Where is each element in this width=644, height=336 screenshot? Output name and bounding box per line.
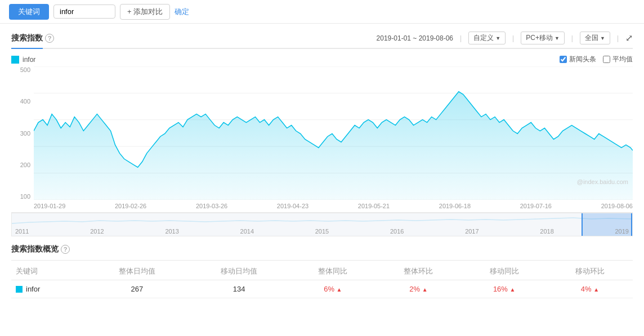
x-label-0: 2019-01-29	[34, 203, 65, 209]
device-dropdown[interactable]: PC+移动 ▼	[521, 32, 565, 44]
cell-mobile-yoy: 16% ▲	[462, 280, 547, 298]
mini-label-2019: 2019	[615, 228, 629, 235]
table-help-icon[interactable]: ?	[61, 245, 70, 254]
x-label-3: 2019-04-23	[277, 203, 308, 209]
col-mobile-mom: 移动环比	[547, 263, 633, 280]
table-header-row: 关键词 整体日均值 移动日均值 整体同比 整体环比 移动同比 移动环比	[11, 263, 633, 280]
overall-yoy-arrow: ▲	[337, 286, 342, 293]
cell-overall-mom: 2% ▲	[375, 280, 461, 298]
cell-mobile-mom: 4% ▲	[547, 280, 633, 298]
title-underline	[11, 48, 633, 49]
main-chart: 500 400 300 200 100	[11, 66, 633, 213]
checkbox-avg[interactable]	[603, 56, 610, 63]
table-row: infor 267 134 6% ▲ 2% ▲ 16%	[11, 280, 633, 298]
col-overall-yoy: 整体同比	[290, 263, 375, 280]
overall-mom-arrow: ▲	[422, 286, 428, 293]
table-title-text: 搜索指数概览	[11, 244, 59, 254]
legend-row: infor 新闻头条 平均值	[11, 55, 633, 64]
table-section: 搜索指数概览 ? 关键词 整体日均值 移动日均值 整体同比 整体环比 移动同比 …	[11, 244, 633, 298]
keyword-name: infor	[26, 285, 40, 293]
legend-color-box	[11, 56, 19, 64]
keyword-button[interactable]: 关键词	[9, 4, 49, 20]
mobile-yoy-arrow: ▲	[510, 286, 516, 293]
main-content: 搜索指数 ? 2019-01-01 ~ 2019-08-06 | 自定义 ▼ |…	[0, 24, 644, 306]
watermark: @index.baidu.com	[577, 178, 628, 185]
add-compare-button[interactable]: + 添加对比	[120, 4, 170, 20]
y-label-300: 300	[20, 130, 30, 137]
mini-label-2017: 2017	[465, 228, 478, 235]
cell-overall-yoy: 6% ▲	[290, 280, 375, 298]
chart-checkboxes: 新闻头条 平均值	[560, 55, 633, 64]
chart-title-row: 搜索指数 ? 2019-01-01 ~ 2019-08-06 | 自定义 ▼ |…	[11, 32, 633, 44]
date-preset-dropdown[interactable]: 自定义 ▼	[468, 32, 506, 44]
mini-label-2011: 2011	[15, 228, 29, 235]
table-section-title: 搜索指数概览 ?	[11, 244, 633, 254]
col-mobile-daily: 移动日均值	[188, 263, 290, 280]
data-table: 关键词 整体日均值 移动日均值 整体同比 整体环比 移动同比 移动环比 info…	[11, 263, 633, 298]
cell-overall-daily: 267	[86, 280, 188, 298]
mobile-mom-arrow: ▲	[593, 286, 599, 293]
checkbox-avg-label[interactable]: 平均值	[603, 55, 633, 64]
y-label-200: 200	[20, 162, 30, 168]
mini-label-2015: 2015	[315, 228, 329, 235]
cell-mobile-daily: 134	[188, 280, 290, 298]
overall-yoy-value: 6%	[324, 285, 334, 293]
mini-label-2012: 2012	[90, 228, 104, 235]
x-label-4: 2019-05-21	[358, 203, 390, 209]
mobile-mom-value: 4%	[581, 285, 592, 293]
cell-keyword: infor	[11, 280, 86, 298]
legend-item-infor: infor	[11, 56, 35, 64]
legend-label: infor	[23, 56, 35, 64]
x-label-1: 2019-02-26	[115, 203, 146, 209]
overall-mom-value: 2%	[409, 285, 420, 293]
region-dropdown[interactable]: 全国 ▼	[580, 32, 610, 44]
mini-label-2013: 2013	[165, 228, 178, 235]
y-axis: 500 400 300 200 100	[11, 66, 34, 200]
chevron-down-icon: ▼	[495, 35, 500, 41]
checkbox-news-label[interactable]: 新闻头条	[560, 55, 596, 64]
x-label-7: 2019-08-06	[601, 203, 633, 209]
chart-svg-area: @index.baidu.com	[34, 66, 633, 200]
chart-controls: 2019-01-01 ~ 2019-08-06 | 自定义 ▼ | PC+移动 …	[377, 32, 633, 44]
export-icon[interactable]: ⤢	[625, 33, 633, 43]
col-mobile-yoy: 移动同比	[462, 263, 547, 280]
checkbox-avg-text: 平均值	[612, 55, 633, 64]
mini-label-2016: 2016	[390, 228, 404, 235]
chart-wrapper: 500 400 300 200 100	[11, 66, 633, 212]
confirm-button[interactable]: 确定	[175, 7, 189, 17]
help-icon[interactable]: ?	[45, 34, 54, 43]
x-axis: 2019-01-29 2019-02-26 2019-03-26 2019-04…	[34, 200, 633, 212]
col-keyword: 关键词	[11, 263, 86, 280]
col-overall-mom: 整体环比	[375, 263, 461, 280]
checkbox-news[interactable]	[560, 56, 567, 63]
keyword-color-indicator	[16, 286, 23, 293]
chart-title-text: 搜索指数	[11, 33, 43, 43]
x-label-5: 2019-06-18	[439, 203, 471, 209]
keyword-input[interactable]	[53, 5, 115, 19]
mini-timeline[interactable]: 2011 2012 2013 2014 2015 2016 2017 2018 …	[11, 213, 633, 236]
x-label-2: 2019-03-26	[196, 203, 227, 209]
x-label-6: 2019-07-16	[520, 203, 552, 209]
y-label-500: 500	[20, 66, 30, 73]
col-overall-daily: 整体日均值	[86, 263, 188, 280]
table-divider	[11, 260, 633, 261]
mini-label-2014: 2014	[240, 228, 254, 235]
date-range-text: 2019-01-01 ~ 2019-08-06	[377, 34, 453, 42]
chevron-down-icon: ▼	[554, 35, 560, 41]
mini-timeline-labels: 2011 2012 2013 2014 2015 2016 2017 2018 …	[12, 228, 632, 235]
chevron-down-icon: ▼	[600, 35, 605, 41]
header: 关键词 + 添加对比 确定	[0, 0, 644, 24]
mini-label-2018: 2018	[540, 228, 553, 235]
checkbox-news-text: 新闻头条	[569, 55, 596, 64]
mobile-yoy-value: 16%	[493, 285, 508, 293]
chart-section-title: 搜索指数 ?	[11, 33, 54, 43]
y-label-400: 400	[20, 98, 30, 105]
y-label-100: 100	[20, 193, 30, 200]
